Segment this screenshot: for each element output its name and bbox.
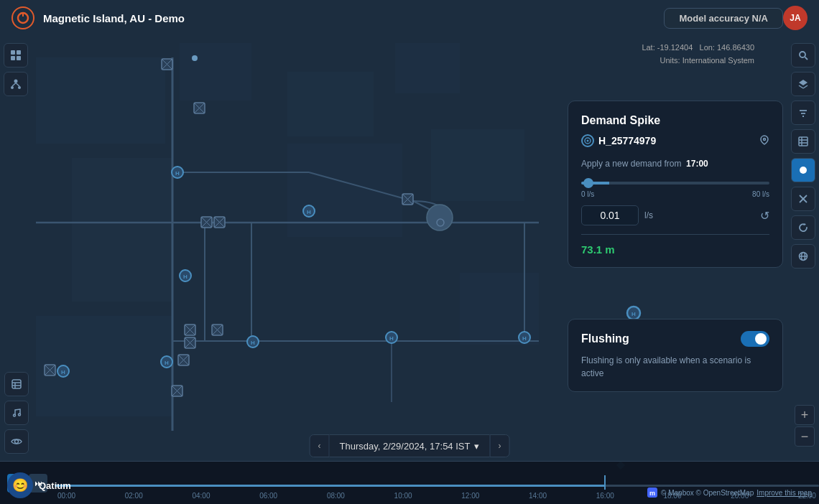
date-next-button[interactable]: ›: [489, 434, 509, 457]
zoom-controls: + −: [795, 405, 815, 447]
time-10: 10:00: [394, 492, 412, 500]
demand-value-input[interactable]: [581, 205, 639, 225]
svg-rect-4: [36, 316, 172, 416]
bottom-left-controls: [4, 372, 29, 454]
coordinates-display: Lat: -19.12404 Lon: 146.86430 Units: Int…: [642, 42, 754, 67]
demand-slider[interactable]: [581, 182, 769, 185]
svg-point-113: [19, 414, 21, 416]
toolbar-filter[interactable]: [791, 101, 815, 125]
svg-text:H: H: [165, 360, 169, 366]
visibility-button[interactable]: [4, 429, 29, 454]
svg-text:H: H: [307, 209, 311, 215]
svg-point-83: [18, 86, 21, 89]
time-06: 06:00: [259, 492, 277, 500]
svg-text:H: H: [61, 369, 65, 375]
flushing-toggle[interactable]: [741, 331, 769, 347]
svg-text:m: m: [649, 490, 655, 497]
svg-text:H: H: [251, 340, 255, 346]
demand-slider-container: 0 l/s 80 l/s: [581, 174, 769, 198]
time-12: 12:00: [461, 492, 479, 500]
svg-point-86: [800, 52, 805, 57]
qatium-mascot-icon: 😊: [7, 472, 33, 498]
svg-line-85: [16, 83, 19, 87]
svg-rect-1: [36, 57, 165, 144]
layers-button[interactable]: [4, 372, 29, 396]
date-display[interactable]: Thursday, 2/29/2024, 17:54 IST ▾: [330, 434, 490, 457]
toolbar-search[interactable]: [791, 43, 815, 67]
svg-line-89: [799, 85, 803, 88]
svg-line-90: [803, 85, 808, 88]
time-08: 08:00: [327, 492, 345, 500]
date-navigation: ‹ Thursday, 2/29/2024, 17:54 IST ▾ ›: [310, 434, 510, 457]
time-16: 16:00: [596, 492, 614, 500]
flushing-header: Flushing: [581, 331, 769, 347]
timeline-cursor: [604, 475, 606, 490]
time-14: 14:00: [529, 492, 547, 500]
right-toolbar: [787, 36, 819, 461]
node-row: H_25774979: [581, 134, 769, 147]
sidebar-btn-network[interactable]: [4, 72, 28, 96]
units-display: Units: International System: [642, 55, 754, 67]
toolbar-cut[interactable]: [791, 187, 815, 211]
node-id-label: H_25774979: [598, 135, 656, 146]
demand-input-row: l/s ↺: [581, 205, 769, 225]
svg-rect-8: [431, 129, 524, 201]
qatium-name: Qatium: [39, 480, 71, 491]
svg-point-106: [587, 140, 589, 142]
app-logo: [11, 6, 34, 29]
zoom-out-button[interactable]: −: [795, 426, 815, 447]
time-02: 02:00: [125, 492, 143, 500]
demand-panel-title: Demand Spike: [581, 114, 769, 127]
svg-rect-5: [287, 72, 374, 136]
demand-spike-panel: Demand Spike H_25774979 Apply a new dema…: [568, 101, 783, 268]
mapbox-logo-icon: m: [647, 487, 658, 498]
date-prev-button[interactable]: ‹: [310, 434, 330, 457]
timeline-progress: [55, 485, 605, 487]
svg-point-73: [437, 219, 444, 226]
time-04: 04:00: [192, 492, 210, 500]
node-type-icon: [581, 134, 594, 147]
app-title: Magnetic Island, AU - Demo: [43, 12, 664, 24]
svg-rect-79: [11, 56, 15, 60]
flushing-toggle-slider: [741, 331, 769, 347]
improve-map-link[interactable]: Improve this map: [756, 489, 812, 497]
svg-rect-3: [72, 158, 172, 302]
svg-line-87: [805, 57, 808, 60]
svg-rect-77: [11, 50, 15, 55]
svg-rect-2: [180, 43, 251, 101]
user-avatar[interactable]: JA: [783, 6, 808, 30]
slider-min-label: 0 l/s: [581, 190, 594, 198]
flushing-title: Flushing: [581, 332, 629, 345]
svg-rect-80: [17, 56, 21, 60]
toolbar-refresh[interactable]: [791, 215, 815, 240]
flushing-panel: Flushing Flushing is only available when…: [568, 319, 783, 392]
svg-point-107: [764, 138, 766, 140]
svg-rect-6: [395, 43, 460, 93]
svg-point-98: [800, 167, 807, 174]
sidebar-btn-grid[interactable]: [4, 43, 28, 67]
svg-rect-94: [799, 137, 808, 146]
svg-rect-78: [17, 50, 21, 55]
top-bar: Magnetic Island, AU - Demo Model accurac…: [0, 0, 819, 36]
svg-text:H: H: [175, 170, 180, 177]
music-button[interactable]: [4, 401, 29, 425]
zoom-in-button[interactable]: +: [795, 405, 815, 425]
svg-text:H: H: [522, 335, 527, 342]
map-attribution: m © Mapbox © OpenStreetMap Improve this …: [647, 487, 812, 498]
svg-point-81: [14, 80, 18, 83]
toolbar-table[interactable]: [791, 129, 815, 154]
toolbar-globe[interactable]: [791, 244, 815, 269]
panel-divider: [581, 234, 769, 235]
toolbar-layers[interactable]: [791, 72, 815, 96]
toolbar-dot-active[interactable]: [791, 158, 815, 182]
svg-point-72: [192, 55, 198, 61]
date-dropdown-icon: ▾: [474, 441, 479, 452]
location-pin-icon[interactable]: [759, 135, 769, 147]
svg-point-112: [14, 414, 16, 416]
attribution-text: © Mapbox © OpenStreetMap: [661, 489, 754, 497]
reset-demand-button[interactable]: ↺: [760, 209, 769, 223]
svg-point-114: [15, 440, 19, 444]
node-id-wrapper: H_25774979: [581, 134, 656, 147]
lat-lon: Lat: -19.12404 Lon: 146.86430: [642, 42, 754, 55]
flushing-description: Flushing is only available when a scenar…: [581, 354, 769, 380]
